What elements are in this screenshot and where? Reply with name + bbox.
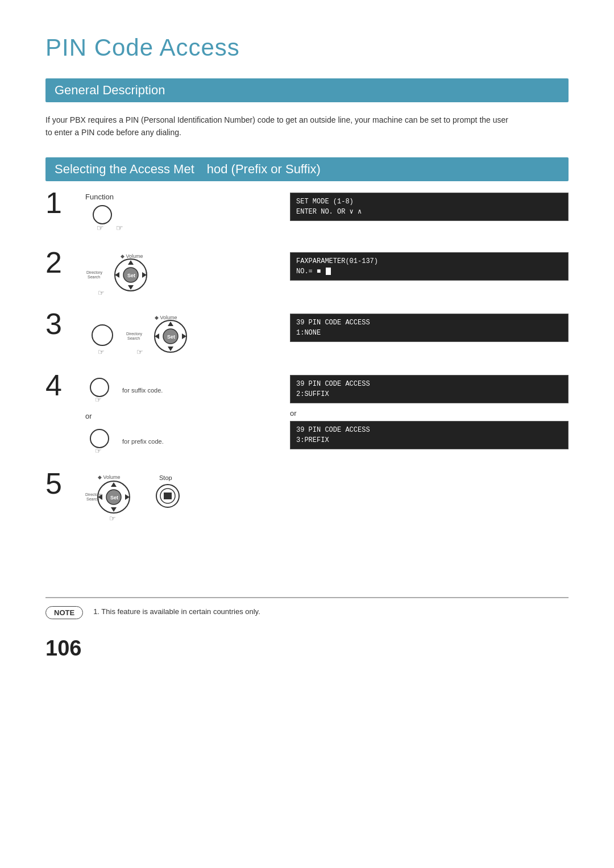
step5-svg: ◆ Volume Set Directory Search Stop xyxy=(85,473,210,524)
svg-text:☞: ☞ xyxy=(109,514,116,523)
spacer xyxy=(45,540,569,586)
step4-prefix-option: ☞ for prefix code. xyxy=(85,426,164,457)
step-2-display: FAXPARAMETER(01-137) NO.= ■ xyxy=(273,252,569,283)
step-2-display-box: FAXPARAMETER(01-137) NO.= ■ xyxy=(290,252,569,281)
step-2-visual: ◆ Volume Set Directory Sear xyxy=(80,252,273,298)
svg-text:☞: ☞ xyxy=(95,446,102,455)
step-2-display-line2: NO.= ■ xyxy=(296,266,562,277)
step-1-visual: Function ☞ ☞ xyxy=(80,193,273,236)
step-4-suffix-line2: 2:SUFFIX xyxy=(296,389,562,399)
step4-prefix-label: for prefix code. xyxy=(122,438,164,445)
page-number: 106 xyxy=(45,636,569,661)
svg-marker-36 xyxy=(111,507,117,512)
step-3-display-line2: 1:NONE xyxy=(296,328,562,338)
function-label: Function xyxy=(85,193,114,201)
step-4-prefix-display-box: 39 PIN CODE ACCESS 3:PREFIX xyxy=(290,421,569,449)
step-4-suffix-display-box: 39 PIN CODE ACCESS 2:SUFFIX xyxy=(290,375,569,403)
step-1-display: SET MODE (1-8) ENTER NO. OR ∨ ∧ xyxy=(273,193,569,223)
step-3-display-box: 39 PIN CODE ACCESS 1:NONE xyxy=(290,314,569,342)
step4-display-or: or xyxy=(290,409,569,418)
step-4-number: 4 xyxy=(45,370,80,400)
step-4-display: 39 PIN CODE ACCESS 2:SUFFIX or 39 PIN CO… xyxy=(273,375,569,452)
step-5-number: 5 xyxy=(45,469,80,498)
svg-point-15 xyxy=(92,325,113,345)
page-title: PIN Code Access xyxy=(45,34,569,61)
note-badge: NOTE xyxy=(45,606,83,619)
cursor xyxy=(326,268,331,275)
svg-text:Set: Set xyxy=(167,334,175,340)
svg-marker-44 xyxy=(164,493,172,499)
page: PIN Code Access General Description If y… xyxy=(0,0,614,695)
step-5-row: 5 ◆ Volume Set Directory Search xyxy=(45,473,569,524)
svg-text:◆ Volume: ◆ Volume xyxy=(155,315,177,320)
step-3-visual: ◆ Volume ☞ Set Directory Search xyxy=(80,314,273,359)
step3-svg: ◆ Volume ☞ Set Directory Search xyxy=(85,314,222,359)
step-2-number: 2 xyxy=(45,248,80,277)
step-1-display-box: SET MODE (1-8) ENTER NO. OR ∨ ∧ xyxy=(290,193,569,221)
step-4-prefix-line1: 39 PIN CODE ACCESS xyxy=(296,425,562,435)
step-1-display-line2: ENTER NO. OR ∨ ∧ xyxy=(296,207,562,217)
step-3-display: 39 PIN CODE ACCESS 1:NONE xyxy=(273,314,569,344)
svg-text:Stop: Stop xyxy=(159,474,172,481)
svg-text:Search: Search xyxy=(88,275,100,279)
description-text: If your PBX requires a PIN (Personal Ide… xyxy=(45,114,512,139)
step4-suffix-label: for suffix code. xyxy=(122,387,163,394)
svg-text:☞: ☞ xyxy=(98,348,105,356)
svg-text:Directory: Directory xyxy=(85,493,102,497)
svg-text:Set: Set xyxy=(127,273,135,278)
svg-text:Set: Set xyxy=(110,495,118,500)
svg-text:☞: ☞ xyxy=(95,395,102,404)
svg-marker-35 xyxy=(111,482,117,487)
section-header-general: General Description xyxy=(45,78,569,102)
svg-text:Search: Search xyxy=(127,336,140,340)
svg-text:◆ Volume: ◆ Volume xyxy=(121,253,143,259)
steps-section: 1 Function ☞ ☞ SET MODE (1-8) ENTER NO. … xyxy=(45,193,569,524)
step4-or-text: or xyxy=(85,412,92,420)
svg-point-27 xyxy=(90,378,109,397)
step-1-display-line1: SET MODE (1-8) xyxy=(296,197,562,207)
svg-text:☞: ☞ xyxy=(116,223,123,232)
svg-point-29 xyxy=(90,429,109,448)
note-area: NOTE 1. This feature is available in cer… xyxy=(45,606,569,619)
svg-text:☞: ☞ xyxy=(136,348,143,356)
step1-svg: ☞ ☞ xyxy=(85,202,154,236)
step-3-row: 3 ◆ Volume ☞ Set xyxy=(45,314,569,359)
step-1-number: 1 xyxy=(45,188,80,218)
step-3-number: 3 xyxy=(45,309,80,339)
svg-text:☞: ☞ xyxy=(97,223,104,232)
svg-text:◆ Volume: ◆ Volume xyxy=(98,474,121,480)
section-header-selecting: Selecting the Access Met hod (Prefix or … xyxy=(45,157,569,181)
step-4-row: 4 ☞ for suffix code. or ☞ xyxy=(45,375,569,457)
step-4-visual: ☞ for suffix code. or ☞ for prefix code. xyxy=(80,375,273,457)
step-2-display-line1: FAXPARAMETER(01-137) xyxy=(296,256,562,266)
step-4-prefix-line2: 3:PREFIX xyxy=(296,435,562,445)
svg-marker-21 xyxy=(168,347,173,351)
step-5-visual: ◆ Volume Set Directory Search Stop xyxy=(80,473,273,524)
svg-text:Directory: Directory xyxy=(126,332,143,336)
note-text: 1. This feature is available in certain … xyxy=(93,606,260,618)
step-3-display-line1: 39 PIN CODE ACCESS xyxy=(296,318,562,328)
svg-marker-8 xyxy=(128,285,134,290)
step-4-suffix-line1: 39 PIN CODE ACCESS xyxy=(296,379,562,389)
step4-suffix-svg: ☞ xyxy=(85,375,117,406)
bottom-rule xyxy=(45,597,569,598)
step-2-row: 2 ◆ Volume Set xyxy=(45,252,569,298)
step4-prefix-svg: ☞ xyxy=(85,426,117,457)
svg-marker-20 xyxy=(168,322,173,326)
step2-svg: ◆ Volume Set Directory Sear xyxy=(85,252,188,298)
step4-suffix-option: ☞ for suffix code. xyxy=(85,375,163,406)
svg-text:Search: Search xyxy=(86,497,99,501)
svg-text:☞: ☞ xyxy=(98,289,105,297)
svg-point-0 xyxy=(93,206,111,224)
svg-text:Directory: Directory xyxy=(86,270,103,275)
step-1-row: 1 Function ☞ ☞ SET MODE (1-8) ENTER NO. … xyxy=(45,193,569,236)
svg-marker-7 xyxy=(128,260,134,265)
